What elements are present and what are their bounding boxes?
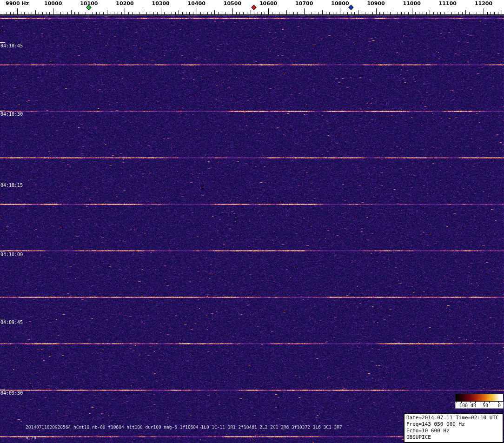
freq-label: 10900 (367, 0, 385, 7)
freq-label: 10300 (152, 0, 170, 7)
info-freq-line: Freq=143 050 000 Hz (406, 421, 501, 428)
time-label: 04:10:15 (0, 183, 23, 188)
spectrogram-display: 9900 Hz100001010010200103001040010500106… (0, 0, 504, 443)
corner-text: h 20 (26, 435, 36, 440)
time-tick (0, 111, 5, 111)
legend-scale-strip: -100 dB -50 0 (455, 402, 504, 409)
waterfall-spectrogram-canvas[interactable] (0, 15, 504, 443)
time-tick (0, 251, 5, 251)
intensity-legend: -100 dB -50 0 (455, 394, 504, 409)
detection-annotation: 20140711020920564 hCnt10 nb-86 f10604 hi… (26, 424, 342, 430)
time-tick (0, 319, 5, 319)
freq-label: 10800 (331, 0, 349, 7)
time-label: 04:10:45 (0, 43, 23, 48)
legend-mid-label: -50 (480, 403, 488, 408)
time-tick (0, 42, 5, 43)
time-label: 04:09:45 (0, 320, 23, 325)
freq-label: 9900 Hz (6, 0, 29, 7)
info-station-line: OBSUPICE (406, 434, 501, 441)
freq-label: 11100 (439, 0, 457, 7)
freq-label: 10600 (259, 0, 277, 7)
freq-label: 10700 (295, 0, 313, 7)
freq-label: 11200 (475, 0, 492, 7)
freq-label: 10400 (188, 0, 206, 7)
freq-label: 10000 (44, 0, 62, 7)
info-date-line: Date=2014-07-11 Time=02:10 UTC (406, 415, 501, 421)
time-tick (0, 390, 5, 390)
freq-label: 10200 (116, 0, 133, 7)
legend-max-label: 0 (498, 403, 501, 408)
time-label: 04:10:00 (0, 252, 23, 257)
time-label: 04:09:30 (0, 390, 23, 396)
time-tick (0, 182, 5, 182)
frequency-scale[interactable]: 9900 Hz100001010010200103001040010500106… (0, 0, 504, 15)
station-info-box: Date=2014-07-11 Time=02:10 UTC Freq=143 … (404, 413, 504, 443)
info-echo-line: Echo=10 600 Hz (406, 428, 501, 434)
freq-label: 11000 (403, 0, 421, 7)
freq-label: 10500 (224, 0, 241, 7)
time-label: 04:10:30 (0, 112, 23, 117)
colormap-gradient (455, 394, 504, 402)
legend-min-label: -100 dB (457, 403, 476, 408)
